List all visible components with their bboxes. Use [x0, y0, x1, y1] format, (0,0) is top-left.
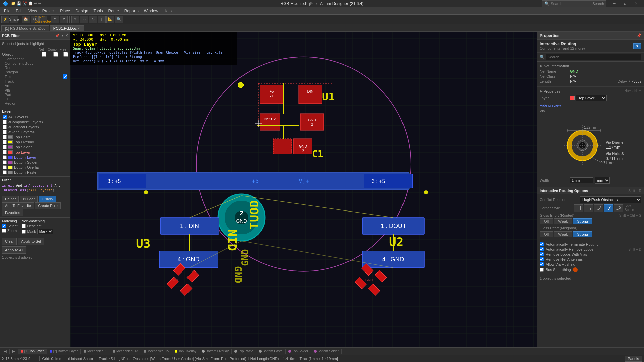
props-sec-header[interactable]: ▶ Properties Num / Num: [540, 89, 641, 93]
tab-pcb[interactable]: PCB1.PcbDoc ×: [50, 25, 84, 31]
layer-tab-mech15[interactable]: Mechanical 15: [141, 349, 172, 354]
layer-tab-bottom-solder[interactable]: Bottom Solder: [311, 349, 342, 354]
toolbar-home[interactable]: 🏠: [22, 16, 30, 23]
check-remove-via[interactable]: [540, 252, 544, 256]
check-electrical-layers[interactable]: [3, 125, 7, 129]
builder-button[interactable]: Builder: [20, 196, 38, 202]
check-bus-smoothing[interactable]: [540, 268, 544, 272]
close-button[interactable]: ✕: [631, 0, 641, 7]
menu-window[interactable]: Window: [141, 8, 161, 14]
net-info-header[interactable]: ▶ Net Information: [540, 64, 641, 68]
layer-all[interactable]: <All Layers>: [2, 115, 68, 119]
layer-top-solder[interactable]: Top Solder: [2, 145, 68, 149]
check-zoom[interactable]: [2, 229, 6, 233]
layer-tab-top-paste[interactable]: Top Paste: [232, 349, 256, 354]
layer-nav-left[interactable]: ◀: [1, 349, 10, 354]
check-bottom-paste[interactable]: [3, 170, 7, 174]
pcb-canvas-area[interactable]: V∫+ +5 V∫+ 3 : +5 3 : +5 2 GND: [70, 32, 537, 347]
check-top-layer[interactable]: [3, 150, 7, 154]
favorites-button[interactable]: Favorites: [2, 209, 23, 216]
toolbar-btn1[interactable]: ↰: [51, 16, 59, 23]
maximize-button[interactable]: □: [620, 0, 631, 7]
panel-pin-right[interactable]: 📌: [637, 33, 641, 38]
minimize-button[interactable]: ─: [609, 0, 620, 7]
apply-to-all-button[interactable]: Apply to All: [2, 246, 26, 254]
menu-project[interactable]: Project: [40, 8, 57, 14]
create-rule-button[interactable]: Create Rule: [35, 202, 61, 209]
helper-button[interactable]: Helper: [2, 196, 19, 202]
menu-place[interactable]: Place: [57, 8, 73, 14]
check-bottom-solder[interactable]: [3, 160, 7, 164]
layer-top[interactable]: Top Layer: [2, 150, 68, 155]
check-remove-antennas[interactable]: [540, 257, 544, 261]
corner-btn-3[interactable]: [594, 204, 603, 212]
add-favorite-button[interactable]: Add To Favorite: [2, 202, 34, 209]
layer-component[interactable]: <Component Layers>: [2, 120, 68, 124]
layer-tab-mech13[interactable]: Mechanical 13: [110, 349, 141, 354]
check-object-net[interactable]: [42, 52, 46, 57]
menu-design[interactable]: Design: [73, 8, 91, 14]
check-auto-terminate[interactable]: [540, 242, 544, 246]
check-auto-remove[interactable]: [540, 247, 544, 251]
corner-btn-1[interactable]: [574, 204, 583, 212]
corner-btn-2[interactable]: [584, 204, 593, 212]
panel-pin-icon[interactable]: 📌: [55, 34, 59, 37]
corner-btn-5[interactable]: [614, 204, 623, 212]
menu-help[interactable]: Help: [161, 8, 174, 14]
menu-view[interactable]: View: [25, 8, 40, 14]
pcb-view[interactable]: V∫+ +5 V∫+ 3 : +5 3 : +5 2 GND: [70, 32, 537, 347]
gloss-routed-off[interactable]: Off: [540, 218, 553, 224]
history-button[interactable]: History: [39, 196, 56, 202]
check-object-comp[interactable]: [53, 52, 58, 57]
toolbar-select[interactable]: ↖: [71, 16, 79, 23]
toolbar-connect[interactable]: ⚡: [1, 16, 9, 23]
apply-to-sel-button[interactable]: Apply to Sel: [18, 238, 44, 245]
check-deselect[interactable]: [22, 224, 26, 228]
mask-select[interactable]: Mask: [37, 229, 53, 234]
check-via-pushing[interactable]: [540, 262, 544, 266]
filter-button[interactable]: ▼: [633, 43, 641, 49]
panels-button[interactable]: Panels: [625, 356, 642, 362]
layer-electrical[interactable]: <Electrical Layers>: [2, 125, 68, 129]
toolbar-route[interactable]: 〰: [80, 16, 88, 23]
check-all-layers[interactable]: [3, 115, 7, 119]
check-top-overlay[interactable]: [3, 140, 7, 144]
check-text-comp[interactable]: [63, 74, 67, 79]
check-top-paste[interactable]: [3, 135, 7, 139]
layer-tab-top-overlay[interactable]: Top Overlay: [172, 349, 199, 354]
menu-tools[interactable]: Tools: [91, 8, 106, 14]
check-bottom-overlay[interactable]: [3, 165, 7, 169]
layer-nav-right[interactable]: ▶: [10, 349, 18, 354]
layer-bottom-overlay[interactable]: Bottom Overlay: [2, 165, 68, 170]
toolbar-via[interactable]: ⊙: [89, 16, 97, 23]
check-component-layers[interactable]: [3, 120, 7, 124]
layer-tab-top-solder[interactable]: Top Solder: [286, 349, 311, 354]
layer-bottom-paste[interactable]: Bottom Paste: [2, 170, 68, 175]
layer-top-overlay[interactable]: Top Overlay: [2, 140, 68, 144]
width-input[interactable]: [570, 177, 593, 183]
panel-close-icon[interactable]: ✕: [65, 34, 68, 37]
hide-preview-link[interactable]: Hide preview: [540, 103, 561, 107]
check-bottom-layer[interactable]: [3, 155, 7, 159]
layer-tab-bottom[interactable]: [2] Bottom Layer: [47, 349, 81, 354]
layer-bottom-solder[interactable]: Bottom Solder: [2, 160, 68, 165]
gloss-routed-strong[interactable]: Strong: [573, 218, 592, 224]
conflict-select[interactable]: HugNPush Obstacles Push Obstacles Walk A…: [580, 196, 641, 203]
clear-button[interactable]: Clear: [2, 238, 17, 245]
menu-file[interactable]: File: [1, 8, 13, 14]
menu-edit[interactable]: Edit: [13, 8, 25, 14]
global-search[interactable]: 🔍 Search: [542, 0, 606, 7]
layer-top-paste[interactable]: Top Paste: [2, 135, 68, 139]
check-select[interactable]: [2, 224, 6, 228]
layer-tab-bottom-paste[interactable]: Bottom Paste: [256, 349, 286, 354]
check-mask[interactable]: [22, 230, 26, 234]
layer-tab-top[interactable]: [1] Top Layer: [18, 349, 47, 354]
check-signal-layers[interactable]: [3, 130, 7, 134]
layer-tab-mech1[interactable]: Mechanical 1: [81, 349, 110, 354]
menu-route[interactable]: Route: [106, 8, 122, 14]
check-object-free[interactable]: [63, 52, 68, 57]
layer-select[interactable]: Top Layer Bottom Layer: [576, 95, 607, 101]
menu-reports[interactable]: Reports: [122, 8, 141, 14]
gloss-neighbor-strong[interactable]: Strong: [573, 231, 592, 237]
toolbar-btn2[interactable]: ↱: [60, 16, 68, 23]
